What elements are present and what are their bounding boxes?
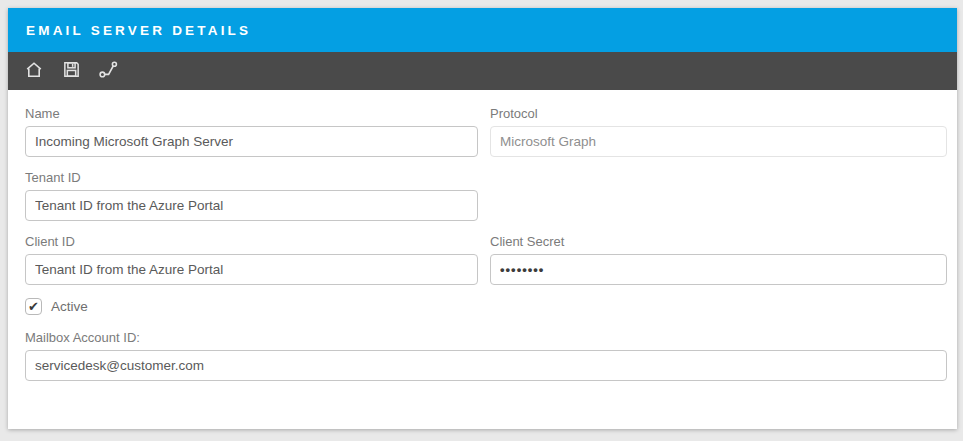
toolbar (8, 52, 957, 90)
home-button[interactable] (22, 59, 46, 83)
home-icon (24, 60, 44, 83)
name-input[interactable] (25, 126, 478, 157)
active-checkbox-row[interactable]: ✔ Active (25, 298, 947, 315)
tenant-id-input[interactable] (25, 190, 478, 221)
protocol-label: Protocol (490, 106, 947, 121)
active-label: Active (51, 299, 88, 314)
mailbox-account-id-field-group: Mailbox Account ID: (25, 330, 947, 381)
protocol-input (490, 126, 947, 157)
client-id-label: Client ID (25, 234, 478, 249)
save-button[interactable] (59, 59, 83, 83)
client-secret-input[interactable] (490, 254, 947, 285)
email-server-form: Name Protocol Tenant ID Client ID Client… (8, 90, 957, 381)
mailbox-account-id-label: Mailbox Account ID: (25, 330, 947, 345)
mailbox-account-id-input[interactable] (25, 350, 947, 381)
name-label: Name (25, 106, 478, 121)
client-id-input[interactable] (25, 254, 478, 285)
checkmark-icon: ✔ (28, 300, 39, 313)
email-server-details-panel: EMAIL SERVER DETAILS (8, 8, 957, 429)
page-title: EMAIL SERVER DETAILS (26, 23, 251, 38)
protocol-field-group: Protocol (490, 106, 947, 157)
tenant-id-field-group: Tenant ID (25, 170, 478, 221)
panel-titlebar: EMAIL SERVER DETAILS (8, 8, 957, 52)
connection-icon (98, 59, 119, 83)
client-id-field-group: Client ID (25, 234, 478, 285)
tenant-id-label: Tenant ID (25, 170, 478, 185)
save-icon (62, 60, 81, 82)
connection-button[interactable] (96, 59, 120, 83)
name-field-group: Name (25, 106, 478, 157)
client-secret-label: Client Secret (490, 234, 947, 249)
client-secret-field-group: Client Secret (490, 234, 947, 285)
active-checkbox[interactable]: ✔ (25, 298, 42, 315)
